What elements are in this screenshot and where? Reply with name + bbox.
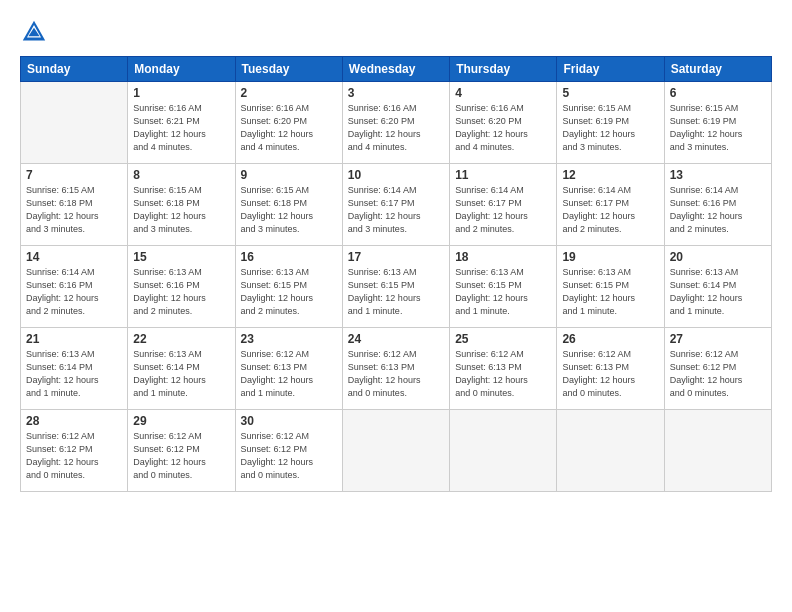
day-info: Sunrise: 6:12 AMSunset: 6:13 PMDaylight:… bbox=[562, 348, 658, 400]
calendar-cell: 7Sunrise: 6:15 AMSunset: 6:18 PMDaylight… bbox=[21, 164, 128, 246]
calendar-cell: 30Sunrise: 6:12 AMSunset: 6:12 PMDayligh… bbox=[235, 410, 342, 492]
weekday-header-monday: Monday bbox=[128, 57, 235, 82]
day-number: 26 bbox=[562, 332, 658, 346]
day-number: 15 bbox=[133, 250, 229, 264]
day-number: 10 bbox=[348, 168, 444, 182]
weekday-header-wednesday: Wednesday bbox=[342, 57, 449, 82]
day-info: Sunrise: 6:13 AMSunset: 6:15 PMDaylight:… bbox=[562, 266, 658, 318]
day-info: Sunrise: 6:13 AMSunset: 6:14 PMDaylight:… bbox=[26, 348, 122, 400]
calendar-cell: 11Sunrise: 6:14 AMSunset: 6:17 PMDayligh… bbox=[450, 164, 557, 246]
weekday-header-friday: Friday bbox=[557, 57, 664, 82]
weekday-header-sunday: Sunday bbox=[21, 57, 128, 82]
calendar-cell: 20Sunrise: 6:13 AMSunset: 6:14 PMDayligh… bbox=[664, 246, 771, 328]
day-number: 6 bbox=[670, 86, 766, 100]
calendar-table: SundayMondayTuesdayWednesdayThursdayFrid… bbox=[20, 56, 772, 492]
calendar-cell bbox=[342, 410, 449, 492]
day-number: 5 bbox=[562, 86, 658, 100]
weekday-header-tuesday: Tuesday bbox=[235, 57, 342, 82]
day-info: Sunrise: 6:13 AMSunset: 6:14 PMDaylight:… bbox=[133, 348, 229, 400]
day-info: Sunrise: 6:15 AMSunset: 6:19 PMDaylight:… bbox=[562, 102, 658, 154]
calendar-cell bbox=[557, 410, 664, 492]
calendar-cell: 15Sunrise: 6:13 AMSunset: 6:16 PMDayligh… bbox=[128, 246, 235, 328]
day-number: 22 bbox=[133, 332, 229, 346]
calendar-cell: 3Sunrise: 6:16 AMSunset: 6:20 PMDaylight… bbox=[342, 82, 449, 164]
calendar-cell bbox=[664, 410, 771, 492]
calendar-cell: 16Sunrise: 6:13 AMSunset: 6:15 PMDayligh… bbox=[235, 246, 342, 328]
page: SundayMondayTuesdayWednesdayThursdayFrid… bbox=[0, 0, 792, 612]
day-info: Sunrise: 6:12 AMSunset: 6:12 PMDaylight:… bbox=[241, 430, 337, 482]
calendar-week-1: 1Sunrise: 6:16 AMSunset: 6:21 PMDaylight… bbox=[21, 82, 772, 164]
calendar-cell: 17Sunrise: 6:13 AMSunset: 6:15 PMDayligh… bbox=[342, 246, 449, 328]
weekday-header-thursday: Thursday bbox=[450, 57, 557, 82]
day-info: Sunrise: 6:16 AMSunset: 6:20 PMDaylight:… bbox=[455, 102, 551, 154]
day-number: 24 bbox=[348, 332, 444, 346]
day-number: 8 bbox=[133, 168, 229, 182]
day-info: Sunrise: 6:15 AMSunset: 6:18 PMDaylight:… bbox=[133, 184, 229, 236]
day-number: 28 bbox=[26, 414, 122, 428]
calendar-cell: 25Sunrise: 6:12 AMSunset: 6:13 PMDayligh… bbox=[450, 328, 557, 410]
day-info: Sunrise: 6:16 AMSunset: 6:20 PMDaylight:… bbox=[348, 102, 444, 154]
calendar-week-3: 14Sunrise: 6:14 AMSunset: 6:16 PMDayligh… bbox=[21, 246, 772, 328]
calendar-cell: 8Sunrise: 6:15 AMSunset: 6:18 PMDaylight… bbox=[128, 164, 235, 246]
day-number: 12 bbox=[562, 168, 658, 182]
day-info: Sunrise: 6:12 AMSunset: 6:12 PMDaylight:… bbox=[26, 430, 122, 482]
day-number: 13 bbox=[670, 168, 766, 182]
day-number: 23 bbox=[241, 332, 337, 346]
day-number: 18 bbox=[455, 250, 551, 264]
day-info: Sunrise: 6:14 AMSunset: 6:17 PMDaylight:… bbox=[562, 184, 658, 236]
day-number: 17 bbox=[348, 250, 444, 264]
day-info: Sunrise: 6:12 AMSunset: 6:13 PMDaylight:… bbox=[348, 348, 444, 400]
header bbox=[20, 18, 772, 46]
day-number: 29 bbox=[133, 414, 229, 428]
calendar-cell: 21Sunrise: 6:13 AMSunset: 6:14 PMDayligh… bbox=[21, 328, 128, 410]
day-info: Sunrise: 6:14 AMSunset: 6:16 PMDaylight:… bbox=[670, 184, 766, 236]
logo-icon bbox=[20, 18, 48, 46]
calendar-cell: 26Sunrise: 6:12 AMSunset: 6:13 PMDayligh… bbox=[557, 328, 664, 410]
day-number: 9 bbox=[241, 168, 337, 182]
day-info: Sunrise: 6:16 AMSunset: 6:20 PMDaylight:… bbox=[241, 102, 337, 154]
calendar-cell: 22Sunrise: 6:13 AMSunset: 6:14 PMDayligh… bbox=[128, 328, 235, 410]
calendar-week-5: 28Sunrise: 6:12 AMSunset: 6:12 PMDayligh… bbox=[21, 410, 772, 492]
day-info: Sunrise: 6:13 AMSunset: 6:16 PMDaylight:… bbox=[133, 266, 229, 318]
calendar-header-row: SundayMondayTuesdayWednesdayThursdayFrid… bbox=[21, 57, 772, 82]
calendar-cell: 2Sunrise: 6:16 AMSunset: 6:20 PMDaylight… bbox=[235, 82, 342, 164]
calendar-cell: 12Sunrise: 6:14 AMSunset: 6:17 PMDayligh… bbox=[557, 164, 664, 246]
calendar-cell: 24Sunrise: 6:12 AMSunset: 6:13 PMDayligh… bbox=[342, 328, 449, 410]
calendar-cell: 5Sunrise: 6:15 AMSunset: 6:19 PMDaylight… bbox=[557, 82, 664, 164]
day-info: Sunrise: 6:12 AMSunset: 6:12 PMDaylight:… bbox=[133, 430, 229, 482]
day-info: Sunrise: 6:15 AMSunset: 6:18 PMDaylight:… bbox=[241, 184, 337, 236]
calendar-cell: 27Sunrise: 6:12 AMSunset: 6:12 PMDayligh… bbox=[664, 328, 771, 410]
calendar-cell: 1Sunrise: 6:16 AMSunset: 6:21 PMDaylight… bbox=[128, 82, 235, 164]
day-info: Sunrise: 6:16 AMSunset: 6:21 PMDaylight:… bbox=[133, 102, 229, 154]
day-number: 3 bbox=[348, 86, 444, 100]
day-info: Sunrise: 6:13 AMSunset: 6:15 PMDaylight:… bbox=[455, 266, 551, 318]
calendar-body: 1Sunrise: 6:16 AMSunset: 6:21 PMDaylight… bbox=[21, 82, 772, 492]
day-info: Sunrise: 6:13 AMSunset: 6:15 PMDaylight:… bbox=[348, 266, 444, 318]
calendar-cell bbox=[450, 410, 557, 492]
day-info: Sunrise: 6:13 AMSunset: 6:15 PMDaylight:… bbox=[241, 266, 337, 318]
calendar-cell: 18Sunrise: 6:13 AMSunset: 6:15 PMDayligh… bbox=[450, 246, 557, 328]
day-number: 21 bbox=[26, 332, 122, 346]
calendar-week-2: 7Sunrise: 6:15 AMSunset: 6:18 PMDaylight… bbox=[21, 164, 772, 246]
day-info: Sunrise: 6:13 AMSunset: 6:14 PMDaylight:… bbox=[670, 266, 766, 318]
calendar-cell: 29Sunrise: 6:12 AMSunset: 6:12 PMDayligh… bbox=[128, 410, 235, 492]
day-info: Sunrise: 6:12 AMSunset: 6:13 PMDaylight:… bbox=[241, 348, 337, 400]
day-number: 7 bbox=[26, 168, 122, 182]
day-number: 19 bbox=[562, 250, 658, 264]
day-info: Sunrise: 6:15 AMSunset: 6:18 PMDaylight:… bbox=[26, 184, 122, 236]
day-info: Sunrise: 6:12 AMSunset: 6:13 PMDaylight:… bbox=[455, 348, 551, 400]
day-info: Sunrise: 6:14 AMSunset: 6:17 PMDaylight:… bbox=[455, 184, 551, 236]
calendar-cell: 9Sunrise: 6:15 AMSunset: 6:18 PMDaylight… bbox=[235, 164, 342, 246]
day-number: 2 bbox=[241, 86, 337, 100]
weekday-header-saturday: Saturday bbox=[664, 57, 771, 82]
day-info: Sunrise: 6:15 AMSunset: 6:19 PMDaylight:… bbox=[670, 102, 766, 154]
logo bbox=[20, 18, 54, 46]
calendar-cell: 13Sunrise: 6:14 AMSunset: 6:16 PMDayligh… bbox=[664, 164, 771, 246]
calendar-cell: 14Sunrise: 6:14 AMSunset: 6:16 PMDayligh… bbox=[21, 246, 128, 328]
calendar-cell: 4Sunrise: 6:16 AMSunset: 6:20 PMDaylight… bbox=[450, 82, 557, 164]
day-number: 1 bbox=[133, 86, 229, 100]
calendar-cell bbox=[21, 82, 128, 164]
calendar-cell: 19Sunrise: 6:13 AMSunset: 6:15 PMDayligh… bbox=[557, 246, 664, 328]
day-info: Sunrise: 6:14 AMSunset: 6:17 PMDaylight:… bbox=[348, 184, 444, 236]
calendar-cell: 28Sunrise: 6:12 AMSunset: 6:12 PMDayligh… bbox=[21, 410, 128, 492]
